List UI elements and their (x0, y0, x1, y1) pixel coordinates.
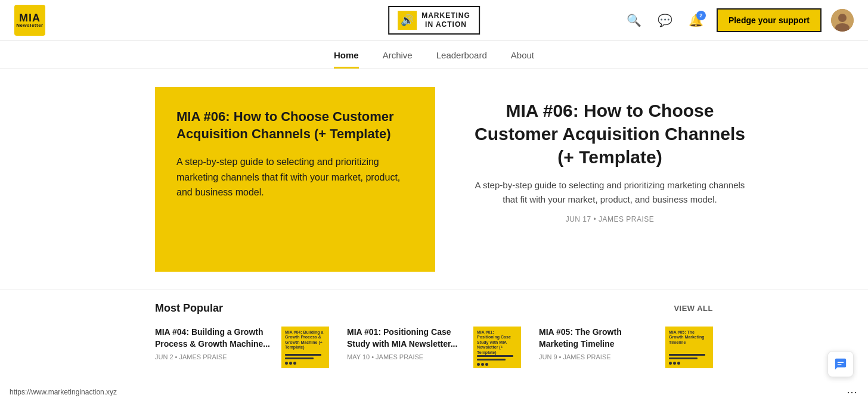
popular-thumb-3: MIA #05: The Growth Marketing Timeline (665, 327, 713, 368)
avatar-image (831, 9, 854, 32)
hero-card[interactable]: MIA #06: How to Choose Customer Acquisit… (155, 87, 435, 272)
notification-badge: 2 (696, 11, 706, 20)
chat-button[interactable]: 💬 (655, 10, 676, 31)
popular-item-text-3: MIA #05: The Growth Marketing Timeline J… (539, 327, 658, 360)
chat-widget[interactable] (827, 351, 854, 377)
thumb-dot (293, 362, 296, 365)
nav-about[interactable]: About (511, 50, 534, 69)
hero-card-title: MIA #06: How to Choose Customer Acquisit… (176, 108, 414, 142)
popular-item-title-1: MIA #04: Building a Growth Process & Gro… (155, 327, 274, 350)
hero-description: A step-by-step guide to selecting and pr… (471, 178, 749, 207)
search-icon: 🔍 (627, 13, 641, 27)
popular-title: Most Popular (155, 302, 223, 315)
pledge-button[interactable]: Pledge your support (717, 8, 822, 32)
nav-leaderboard[interactable]: Leaderboard (436, 50, 487, 69)
speaker-icon: 🔊 (398, 11, 417, 30)
popular-item-text-1: MIA #04: Building a Growth Process & Gro… (155, 327, 274, 360)
thumb-dot (481, 363, 484, 366)
chat-widget-icon (834, 358, 847, 371)
main-nav: Home Archive Leaderboard About (0, 41, 868, 69)
logo[interactable]: MIA Newsletter (14, 5, 45, 36)
thumb-dot (485, 363, 488, 366)
popular-item-text-2: MIA #01: Positioning Case Study with MIA… (347, 327, 466, 360)
brand-text: MARKETING IN ACTION (421, 11, 470, 29)
popular-grid: MIA #04: Building a Growth Process & Gro… (155, 327, 713, 368)
avatar[interactable] (831, 9, 854, 32)
search-button[interactable]: 🔍 (624, 10, 645, 31)
thumb-dot (669, 362, 672, 365)
popular-item-title-3: MIA #05: The Growth Marketing Timeline (539, 327, 658, 350)
list-item[interactable]: MIA #05: The Growth Marketing Timeline J… (539, 327, 713, 368)
header: MIA Newsletter 🔊 MARKETING IN ACTION 🔍 💬… (0, 0, 868, 41)
logo-main: MIA (19, 13, 41, 23)
header-right: 🔍 💬 🔔 2 Pledge your support (624, 8, 854, 32)
footer-bar: https://www.marketinginaction.xyz ⋯ (0, 383, 868, 386)
brand-line1: MARKETING (421, 11, 470, 20)
brand-line2: IN ACTION (421, 20, 470, 29)
popular-item-meta-3: JUN 9 • JAMES PRAISE (539, 353, 658, 360)
header-left: MIA Newsletter (14, 5, 45, 36)
nav-home[interactable]: Home (334, 50, 359, 69)
popular-thumb-2: MIA #01: Positioning Case Study with MIA… (473, 327, 521, 368)
hero-title: MIA #06: How to Choose Customer Acquisit… (471, 99, 749, 169)
nav-archive[interactable]: Archive (383, 50, 413, 69)
hero-meta: JUN 17 • JAMES PRAISE (471, 215, 749, 223)
thumb-dot (673, 362, 676, 365)
brand-badge[interactable]: 🔊 MARKETING IN ACTION (388, 6, 480, 35)
thumb-dot (285, 362, 288, 365)
view-all-link[interactable]: VIEW ALL (674, 304, 713, 313)
popular-item-meta-2: MAY 10 • JAMES PRAISE (347, 353, 466, 360)
hero-content: MIA #06: How to Choose Customer Acquisit… (471, 87, 749, 223)
list-item[interactable]: MIA #01: Positioning Case Study with MIA… (347, 327, 521, 368)
popular-header: Most Popular VIEW ALL (155, 302, 713, 315)
popular-item-title-2: MIA #01: Positioning Case Study with MIA… (347, 327, 466, 350)
popular-thumb-1: MIA #04: Building a Growth Process & Gro… (281, 327, 329, 368)
hero-section: MIA #06: How to Choose Customer Acquisit… (0, 69, 868, 290)
svg-point-1 (838, 14, 847, 22)
dots-icon: ⋯ (847, 386, 858, 386)
thumb-dot (289, 362, 292, 365)
list-item[interactable]: MIA #04: Building a Growth Process & Gro… (155, 327, 329, 368)
header-center: 🔊 MARKETING IN ACTION (388, 6, 480, 35)
thumb-dot (477, 363, 480, 366)
notification-button[interactable]: 🔔 2 (686, 10, 707, 31)
popular-section: Most Popular VIEW ALL MIA #04: Building … (0, 290, 868, 386)
thumb-dot (677, 362, 680, 365)
popular-item-meta-1: JUN 2 • JAMES PRAISE (155, 353, 274, 360)
logo-sub: Newsletter (16, 23, 43, 28)
hero-card-description: A step-by-step guide to selecting and pr… (176, 154, 414, 200)
chat-icon: 💬 (658, 13, 672, 27)
